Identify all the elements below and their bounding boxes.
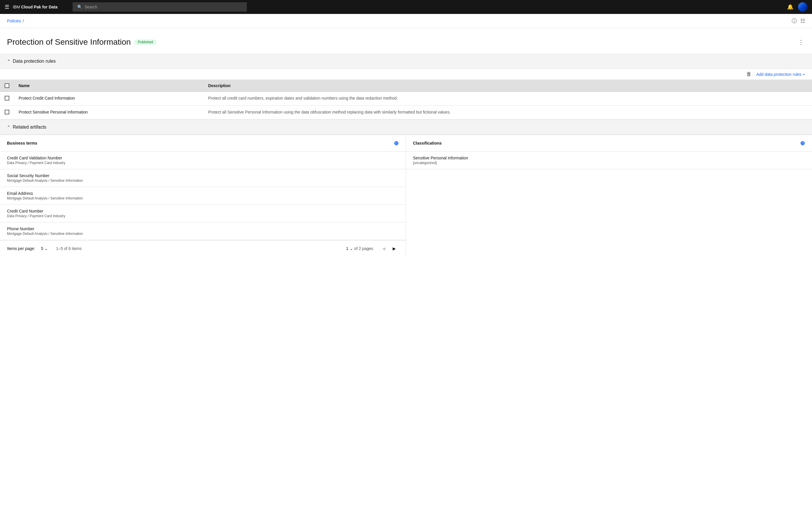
artifact-item-name: Social Security Number — [7, 173, 399, 178]
row-name: Protect Sensitive Personal Information — [14, 106, 204, 120]
user-avatar[interactable] — [798, 2, 807, 12]
data-protection-section-title: Data protection rules — [13, 59, 56, 64]
artifact-item-categories: Mortgage Default Analysis / Sensitive In… — [7, 232, 399, 236]
page-title: Protection of Sensitive Information — [7, 38, 131, 47]
info-icon[interactable]: ⓘ — [792, 17, 797, 25]
business-terms-list: Credit Card Validation Number Data Priva… — [0, 151, 406, 240]
page-more-button[interactable]: ⋮ — [797, 38, 805, 47]
table-header-checkbox — [0, 80, 14, 92]
related-artifacts-section-title: Related artifacts — [13, 124, 46, 130]
breadcrumb-policies-link[interactable]: Policies — [7, 18, 21, 23]
row-checkbox-cell — [0, 92, 14, 106]
items-per-page-label: Items per page: — [7, 246, 35, 251]
artifact-item-categories: Mortgage Default Analysis / Sensitive In… — [7, 196, 399, 200]
add-data-protection-rules-label: Add data protection rules — [756, 72, 801, 77]
business-terms-pagination: Items per page: 5 ⌄ 1–5 of 6 items 1 ⌄ o… — [0, 240, 406, 257]
page-value[interactable]: 1 — [346, 246, 348, 251]
classifications-add-icon[interactable]: ⊕ — [800, 139, 805, 147]
search-bar[interactable]: 🔍 Search — [73, 2, 247, 12]
table-toolbar: 🗑 Add data protection rules + — [0, 69, 812, 80]
related-artifacts-content: Business terms ⊕ Credit Card Validation … — [0, 135, 812, 257]
breadcrumb: Policies / — [7, 18, 24, 23]
related-artifacts-section: ⌃ Related artifacts Business terms ⊕ Cre… — [0, 120, 812, 257]
classifications-header: Classifications ⊕ — [406, 135, 812, 151]
add-data-protection-rules-plus: + — [803, 72, 805, 77]
related-artifacts-section-header: ⌃ Related artifacts — [0, 120, 812, 135]
artifact-item-categories: [uncategorized] — [413, 161, 805, 165]
artifact-item-name: Phone Number — [7, 226, 399, 231]
list-item: Credit Card Validation Number Data Priva… — [0, 151, 406, 169]
topbar-right: 🔔 — [787, 2, 807, 12]
classifications-list: Sensitive Personal Information [uncatego… — [406, 151, 812, 169]
classifications-panel: Classifications ⊕ Sensitive Personal Inf… — [406, 135, 812, 257]
page-title-row: Protection of Sensitive Information Publ… — [7, 38, 157, 47]
delete-icon[interactable]: 🗑 — [746, 71, 752, 77]
artifact-item-name: Credit Card Number — [7, 209, 399, 214]
row-description: Protect all Sensitive Personal Informati… — [204, 106, 812, 120]
select-all-checkbox[interactable] — [5, 83, 9, 88]
row-checkbox[interactable] — [5, 96, 9, 101]
breadcrumb-actions: ⓘ ☷ — [792, 17, 805, 25]
hamburger-menu-icon[interactable]: ☰ — [5, 4, 9, 10]
pagination-range: 1–5 of 6 items — [56, 246, 82, 251]
list-item: Phone Number Mortgage Default Analysis /… — [0, 222, 406, 240]
list-item: Sensitive Personal Information [uncatego… — [406, 151, 812, 169]
pagination-prev-button[interactable]: ◀ — [379, 244, 388, 253]
list-item: Social Security Number Mortgage Default … — [0, 169, 406, 187]
data-protection-section-header: ⌃ Data protection rules — [0, 54, 812, 69]
search-placeholder: Search — [85, 5, 97, 9]
pagination-nav: ◀ ▶ — [379, 244, 399, 253]
table-header-description: Description — [204, 80, 812, 92]
table-header-name: Name — [14, 80, 204, 92]
business-terms-title: Business terms — [7, 141, 37, 145]
pagination-of-pages: of 2 pages — [354, 246, 373, 251]
search-icon: 🔍 — [77, 5, 82, 9]
add-data-protection-rules-link[interactable]: Add data protection rules + — [756, 72, 805, 77]
table-row: Protect Credit Card Information Protect … — [0, 92, 812, 106]
layout-icon[interactable]: ☷ — [800, 18, 805, 24]
table-row: Protect Sensitive Personal Information P… — [0, 106, 812, 120]
app-title-prefix: IBM — [13, 5, 21, 9]
business-terms-panel: Business terms ⊕ Credit Card Validation … — [0, 135, 406, 257]
table-header-row: Name Description — [0, 80, 812, 92]
section-collapse-toggle[interactable]: ⌃ — [7, 59, 11, 63]
breadcrumb-bar: Policies / ⓘ ☷ — [0, 14, 812, 28]
pagination-next-button[interactable]: ▶ — [389, 244, 399, 253]
artifact-item-name: Sensitive Personal Information — [413, 156, 805, 160]
row-checkbox-cell — [0, 106, 14, 120]
status-badge: Published — [134, 40, 157, 45]
row-description: Protect all credit card numbers, expirat… — [204, 92, 812, 106]
artifact-item-categories: Data Privacy / Payment Card Industry — [7, 214, 399, 218]
artifact-item-categories: Mortgage Default Analysis / Sensitive In… — [7, 179, 399, 182]
related-artifacts-toggle[interactable]: ⌃ — [7, 125, 11, 130]
artifact-item-name: Email Address — [7, 191, 399, 196]
business-terms-add-icon[interactable]: ⊕ — [394, 139, 399, 147]
app-title-main: Cloud Pak for Data — [21, 5, 58, 9]
page-chevron: ⌄ — [350, 246, 353, 251]
row-name: Protect Credit Card Information — [14, 92, 204, 106]
pagination-page-select: 1 ⌄ of 2 pages — [346, 246, 373, 251]
items-per-page-value: 5 — [41, 246, 43, 251]
topbar: ☰ IBM Cloud Pak for Data 🔍 Search 🔔 — [0, 0, 812, 14]
data-protection-section: ⌃ Data protection rules 🗑 Add data prote… — [0, 54, 812, 120]
list-item: Credit Card Number Data Privacy / Paymen… — [0, 205, 406, 222]
breadcrumb-separator: / — [23, 18, 24, 23]
classifications-title: Classifications — [413, 141, 442, 145]
artifact-item-name: Credit Card Validation Number — [7, 156, 399, 160]
items-per-page-chevron: ⌄ — [44, 246, 48, 251]
notification-icon[interactable]: 🔔 — [787, 4, 794, 10]
artifact-item-categories: Data Privacy / Payment Card Industry — [7, 161, 399, 165]
data-protection-table: Name Description Protect Credit Card Inf… — [0, 80, 812, 120]
app-title: IBM Cloud Pak for Data — [13, 5, 58, 9]
row-checkbox[interactable] — [5, 110, 9, 114]
page-header: Protection of Sensitive Information Publ… — [0, 28, 812, 54]
list-item: Email Address Mortgage Default Analysis … — [0, 187, 406, 205]
items-per-page-select[interactable]: 5 ⌄ — [39, 245, 50, 252]
business-terms-header: Business terms ⊕ — [0, 135, 406, 151]
